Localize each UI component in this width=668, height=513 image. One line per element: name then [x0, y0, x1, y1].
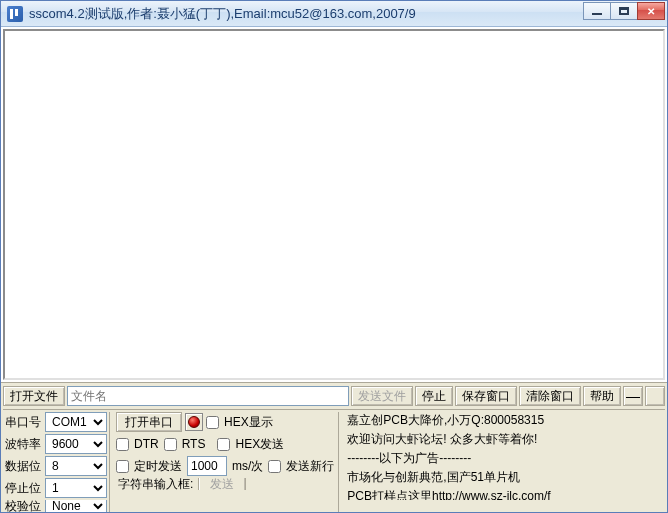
- ad-line-3: --------以下为广告--------: [347, 450, 665, 468]
- save-window-button[interactable]: 保存窗口: [455, 386, 517, 406]
- separator: [109, 412, 110, 512]
- settings-area: 串口号 COM1 波特率 9600 数据位 8: [3, 409, 665, 512]
- maximize-button[interactable]: [610, 2, 638, 20]
- timed-send-label: 定时发送: [132, 458, 184, 475]
- send-newline-checkbox[interactable]: [268, 460, 281, 473]
- ad-line-1: 嘉立创PCB大降价,小万Q:800058315: [347, 412, 665, 430]
- serial-params: 串口号 COM1 波特率 9600 数据位 8: [3, 412, 107, 512]
- filename-input[interactable]: [67, 386, 349, 406]
- rts-label: RTS: [180, 437, 208, 451]
- hex-display-checkbox[interactable]: [206, 416, 219, 429]
- ad-column: 嘉立创PCB大降价,小万Q:800058315 欢迎访问大虾论坛! 众多大虾等着…: [347, 412, 665, 500]
- hex-send-checkbox[interactable]: [217, 438, 230, 451]
- extra-button[interactable]: [645, 386, 665, 406]
- minimize-panel-button[interactable]: —: [623, 386, 643, 406]
- open-port-button[interactable]: 打开串口: [116, 412, 182, 432]
- hex-display-label: HEX显示: [222, 414, 275, 431]
- help-button[interactable]: 帮助: [583, 386, 621, 406]
- ad-line-2: 欢迎访问大虾论坛! 众多大虾等着你!: [347, 431, 665, 449]
- hex-send-label: HEX发送: [233, 436, 286, 453]
- stop-button[interactable]: 停止: [415, 386, 453, 406]
- send-file-button[interactable]: 发送文件: [351, 386, 413, 406]
- interval-input[interactable]: [187, 456, 227, 476]
- file-toolbar: 打开文件 发送文件 停止 保存窗口 清除窗口 帮助 —: [3, 385, 665, 407]
- titlebar: sscom4.2测试版,作者:聂小猛(丁丁),Email:mcu52@163.c…: [1, 1, 667, 27]
- baud-select[interactable]: 9600: [45, 434, 107, 454]
- control-column: 打开串口 HEX显示 DTR RTS HEX发送: [116, 412, 336, 490]
- app-icon: [7, 6, 23, 22]
- open-file-button[interactable]: 打开文件: [3, 386, 65, 406]
- port-label: 串口号: [3, 414, 43, 431]
- interval-unit-label: ms/次: [230, 458, 265, 475]
- stop-bits-label: 停止位: [3, 480, 43, 497]
- stop-bits-select[interactable]: 1: [45, 478, 107, 498]
- send-button[interactable]: 发送: [198, 478, 246, 490]
- string-input-label: 字符串输入框:: [116, 478, 195, 490]
- window-buttons: [584, 2, 665, 20]
- parity-select[interactable]: None: [45, 500, 107, 512]
- app-window: sscom4.2测试版,作者:聂小猛(丁丁),Email:mcu52@163.c…: [0, 0, 668, 513]
- baud-label: 波特率: [3, 436, 43, 453]
- receive-textarea[interactable]: [3, 29, 665, 380]
- record-indicator[interactable]: [185, 413, 203, 431]
- parity-label: 校验位: [3, 500, 43, 512]
- bottom-panel: 打开文件 发送文件 停止 保存窗口 清除窗口 帮助 — 串口号 COM1 波特率: [1, 382, 667, 512]
- rts-checkbox[interactable]: [164, 438, 177, 451]
- timed-send-checkbox[interactable]: [116, 460, 129, 473]
- minimize-button[interactable]: [583, 2, 611, 20]
- ad-line-4: 市场化与创新典范,国产51单片机: [347, 469, 665, 487]
- clear-window-button[interactable]: 清除窗口: [519, 386, 581, 406]
- close-button[interactable]: [637, 2, 665, 20]
- ad-line-5: PCB打样点这里http://www.sz-jlc.com/f: [347, 488, 665, 500]
- data-bits-label: 数据位: [3, 458, 43, 475]
- dtr-checkbox[interactable]: [116, 438, 129, 451]
- port-select[interactable]: COM1: [45, 412, 107, 432]
- send-newline-label: 发送新行: [284, 458, 336, 475]
- data-bits-select[interactable]: 8: [45, 456, 107, 476]
- record-dot-icon: [188, 416, 200, 428]
- dtr-label: DTR: [132, 437, 161, 451]
- window-title: sscom4.2测试版,作者:聂小猛(丁丁),Email:mcu52@163.c…: [29, 5, 584, 23]
- separator-2: [338, 412, 339, 512]
